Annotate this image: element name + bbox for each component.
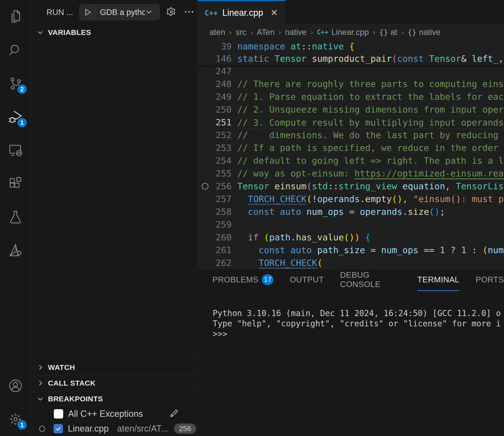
source-control-icon[interactable]: 2 [0,67,31,100]
code-line-250[interactable]: 250// 2. Unsqueeze missing dimensions fr… [198,103,504,116]
breadcrumb-item-aten[interactable]: aten [209,28,225,37]
testing-icon[interactable] [0,201,31,234]
breadcrumb-item-at[interactable]: {}at [379,28,397,37]
gutter-line-260[interactable]: 260 [198,231,232,244]
code-text[interactable] [237,65,504,78]
code-text[interactable]: Tensor einsum(std::string_view equation,… [237,180,504,193]
gutter-line-252[interactable]: 252 [198,129,232,142]
code-line-261[interactable]: 261 const auto path_size = num_ops == 1 … [198,244,504,257]
code-line-254[interactable]: 254// default to going left => right. Th… [198,154,504,167]
start-debug-button[interactable] [80,5,96,20]
search-icon[interactable] [0,33,31,67]
gutter-line-251[interactable]: 251 [198,116,232,129]
settings-gear-icon[interactable]: 1 [0,403,31,436]
breadcrumb-item-aten[interactable]: ATen [257,28,275,37]
breadcrumb-item-native[interactable]: native [285,28,307,37]
code-text[interactable]: // 3. Compute result by multiplying inpu… [237,116,504,129]
gutter-line-247[interactable]: 247 [198,65,232,78]
code-text[interactable]: // dimensions. We do the last part by re… [237,129,504,142]
panel-tab-output[interactable]: OUTPUT [290,269,324,291]
cmake-icon[interactable] [0,234,31,267]
code-line-39[interactable]: 39namespace at::native { [198,40,504,53]
code-text[interactable]: TORCH_CHECK(!operands.empty(), "einsum()… [237,193,504,205]
code-line-248[interactable]: 248// There are roughly three parts to c… [198,78,504,90]
panel-tab-problems[interactable]: PROBLEMS17 [212,269,273,291]
gutter-line-257[interactable]: 257 [198,193,232,205]
code-line-256[interactable]: 256Tensor einsum(std::string_view equati… [198,180,504,193]
code-text[interactable]: if (path.has_value()) { [237,231,504,244]
gutter-line-250[interactable]: 250 [198,103,232,116]
terminal-output[interactable]: Python 3.10.16 (main, Dec 11 2024, 16:24… [198,291,504,436]
code-line-253[interactable]: 253// If a path is specified, we reduce … [198,142,504,154]
gutter-line-262[interactable]: 262 [198,257,232,269]
gutter-line-259[interactable]: 259 [198,218,232,231]
more-actions-icon[interactable] [184,6,194,18]
code-line-262[interactable]: 262 TORCH_CHECK( [198,257,504,269]
panel-tab-terminal[interactable]: TERMINAL [417,269,460,291]
code-line-258[interactable]: 258 const auto num_ops = operands.size()… [198,205,504,218]
code-line-249[interactable]: 249// 1. Parse equation to extract the l… [198,90,504,103]
remote-explorer-icon[interactable] [0,134,31,167]
explorer-icon[interactable] [0,0,31,33]
panel-tab-debug-console[interactable]: DEBUG CONSOLE [340,269,401,291]
run-debug-icon[interactable]: 1 [0,100,31,134]
code-text[interactable]: // 1. Parse equation to extract the labe… [237,90,504,103]
gutter-line-255[interactable]: 255 [198,167,232,180]
extensions-icon[interactable] [0,167,31,201]
breadcrumb-separator: › [229,28,232,36]
token: // There are roughly three parts to comp… [237,79,504,89]
code-line-247[interactable]: 247 [198,65,504,78]
code-line-260[interactable]: 260 if (path.has_value()) { [198,231,504,244]
variables-section-header[interactable]: VARIABLES [31,25,197,40]
debug-settings-gear-icon[interactable] [166,6,177,18]
code-line-257[interactable]: 257 TORCH_CHECK(!operands.empty(), "eins… [198,193,504,205]
breadcrumb-item-linear-cpp[interactable]: C++Linear.cpp [317,28,369,37]
code-text[interactable]: // way as opt-einsum: https://optimized-… [237,167,504,180]
gutter-line-256[interactable]: 256 [198,180,232,193]
breadcrumb-item-native[interactable]: {}native [408,28,441,37]
close-icon[interactable]: ✕ [270,8,278,18]
gutter-line-258[interactable]: 258 [198,205,232,218]
token: 1 [440,245,445,255]
code-text[interactable]: namespace at::native { [237,40,504,53]
file-breakpoint-checkbox[interactable] [54,424,63,433]
panel-tab-ports[interactable]: PORTS [475,269,504,291]
code-line-146[interactable]: 146static Tensor sumproduct_pair(const T… [198,53,504,65]
launch-config-dropdown[interactable]: GDB a pytho [79,4,160,20]
tab-linear-cpp[interactable]: C++ Linear.cpp ✕ [198,0,285,25]
gutter-line-249[interactable]: 249 [198,90,232,103]
watch-section-header[interactable]: WATCH [31,359,197,375]
file-breakpoint-row[interactable]: Linear.cpp aten/src/AT... 256 [31,421,197,436]
code-line-259[interactable]: 259 [198,218,504,231]
code-text[interactable] [237,218,504,231]
gutter-line-253[interactable]: 253 [198,142,232,154]
code-line-255[interactable]: 255// way as opt-einsum: https://optimiz… [198,167,504,180]
exception-checkbox[interactable] [54,409,63,419]
code-text[interactable]: // If a path is specified, we reduce in … [237,142,504,154]
edit-pencil-icon[interactable] [169,408,179,420]
gutter-line-254[interactable]: 254 [198,154,232,167]
code-text[interactable]: const auto num_ops = operands.size(); [237,205,504,218]
code-text[interactable]: // There are roughly three parts to comp… [237,78,504,90]
breakpoints-section-header[interactable]: BREAKPOINTS [31,391,197,407]
gutter-line-146[interactable]: 146 [198,53,232,65]
gutter-line-261[interactable]: 261 [198,244,232,257]
cpp-file-icon: C++ [317,29,328,36]
breakpoint-icon[interactable] [202,183,208,190]
code-line-252[interactable]: 252// dimensions. We do the last part by… [198,129,504,142]
code-text[interactable]: // default to going left => right. The p… [237,154,504,167]
gutter-line-39[interactable]: 39 [198,40,232,53]
exception-breakpoint-row[interactable]: All C++ Exceptions [31,407,197,421]
code-text[interactable]: TORCH_CHECK( [237,257,504,269]
code-text[interactable]: // 2. Unsqueeze missing dimensions from … [237,103,504,116]
token: left_ [472,54,498,64]
breadcrumb-item-src[interactable]: src [236,28,246,37]
account-icon[interactable] [0,369,31,403]
gutter-line-248[interactable]: 248 [198,78,232,90]
code-text[interactable]: static Tensor sumproduct_pair(const Tens… [237,53,504,65]
call-stack-section-header[interactable]: CALL STACK [31,375,197,391]
code-editor[interactable]: 39namespace at::native {146static Tensor… [198,40,504,269]
code-text[interactable]: const auto path_size = num_ops == 1 ? 1 … [237,244,504,257]
code-line-251[interactable]: 251// 3. Compute result by multiplying i… [198,116,504,129]
tab-bar: C++ Linear.cpp ✕ [198,0,504,25]
